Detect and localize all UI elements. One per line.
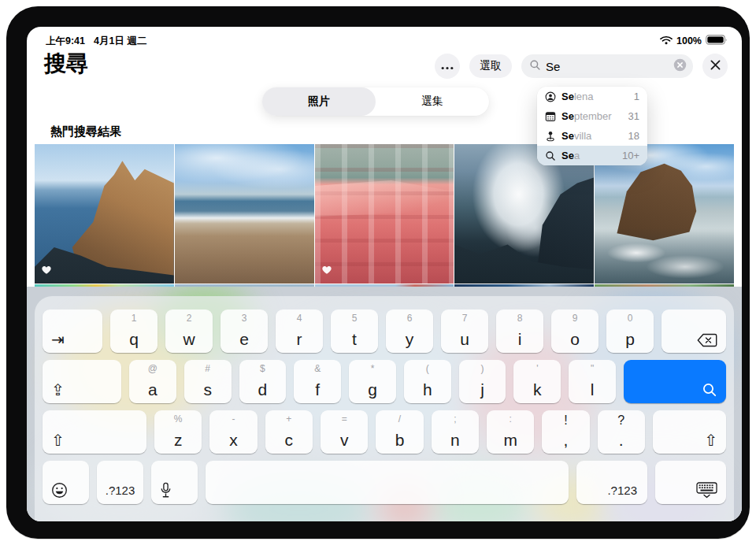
key-secondary-label: & [314, 364, 321, 373]
key-r[interactable]: 4r [276, 310, 323, 353]
key-f[interactable]: &f [294, 360, 341, 403]
suggestion-text: September [561, 110, 612, 122]
tab-collections[interactable]: 選集 [376, 87, 489, 116]
tab-key[interactable]: ⇥ [43, 310, 102, 353]
caps-lock-icon: ⇪ [51, 382, 65, 398]
emoji-icon [51, 482, 68, 499]
space-key[interactable] [206, 461, 569, 504]
key-primary-label: s [203, 381, 212, 398]
suggestion-text: Sea [561, 150, 580, 161]
shift-key[interactable]: ⇧ [653, 410, 726, 454]
backspace-key[interactable] [662, 310, 726, 353]
search-suggestion-september[interactable]: September31 [537, 106, 647, 126]
key-w[interactable]: 2w [165, 310, 213, 353]
ellipsis-icon [440, 61, 454, 72]
key-a[interactable]: @a [129, 360, 176, 403]
key-secondary-label: 1 [132, 313, 137, 323]
search-icon [702, 382, 717, 398]
key-v[interactable]: =v [321, 410, 368, 454]
key-primary-label: z [174, 432, 183, 448]
key-e[interactable]: 3e [220, 310, 268, 353]
key-primary-label: p [625, 331, 635, 347]
section-title: 熱門搜尋結果 [50, 124, 121, 139]
key-.[interactable]: ?. [598, 410, 645, 454]
photo-thumbnail-coastal-cliff[interactable] [35, 144, 174, 284]
status-time: 上午9:41 [46, 35, 85, 46]
key-primary-label: a [148, 381, 158, 398]
key-primary-label: j [480, 381, 484, 398]
key-c[interactable]: +c [265, 410, 313, 454]
key-t[interactable]: 5t [331, 310, 378, 353]
numbers-key[interactable]: .?123 [97, 461, 143, 504]
key-primary-label: w [183, 331, 195, 347]
key-secondary-label: 7 [462, 313, 468, 323]
close-search-button[interactable] [702, 54, 728, 79]
suggestion-rest: villa [574, 130, 591, 142]
search-suggestions-dropdown: Selena1September31Sevilla18Sea10+ [537, 87, 647, 165]
status-date: 4月1日 週二 [94, 35, 146, 46]
key-b[interactable]: /b [376, 410, 423, 454]
key-secondary-label: 9 [573, 313, 578, 323]
key-g[interactable]: *g [349, 360, 396, 403]
key-k[interactable]: 'k [513, 360, 561, 403]
key-primary-label: g [368, 381, 377, 398]
keyboard-row: ⇧%z-x+c=v/b;n:m!,?.⇧ [43, 410, 726, 454]
select-button[interactable]: 選取 [469, 54, 512, 78]
key-d[interactable]: $d [239, 360, 287, 403]
search-key[interactable] [624, 360, 726, 403]
suggestion-count: 18 [628, 130, 639, 142]
key-x[interactable]: -x [209, 410, 257, 454]
key-secondary-label: ) [481, 364, 484, 373]
key-l[interactable]: "l [569, 360, 616, 403]
key-i[interactable]: 8i [496, 310, 543, 353]
photo-thumbnail-pink-building[interactable] [315, 144, 454, 284]
tab-photos[interactable]: 照片 [262, 87, 376, 116]
suggestion-rest: a [574, 150, 580, 161]
photo-thumbnail-sandy-beach[interactable] [175, 144, 314, 284]
key-y[interactable]: 6y [386, 310, 433, 353]
key-,[interactable]: !, [542, 410, 589, 454]
key-u[interactable]: 7u [441, 310, 488, 353]
search-suggestion-selena[interactable]: Selena1 [537, 87, 647, 106]
mic-icon [160, 482, 172, 499]
key-secondary-label: - [232, 414, 235, 424]
favorite-heart-icon [41, 264, 52, 278]
mic-key[interactable] [151, 461, 198, 504]
search-input-value[interactable]: Se [546, 60, 669, 73]
key-m[interactable]: :m [487, 410, 534, 454]
key-h[interactable]: (h [404, 360, 451, 403]
key-s[interactable]: #s [184, 360, 232, 403]
key-secondary-label: # [205, 364, 210, 373]
key-secondary-label: $ [260, 364, 265, 373]
key-secondary-label: 8 [517, 313, 523, 323]
caps-lock-key[interactable]: ⇪ [43, 360, 121, 403]
search-field[interactable]: Se [521, 54, 693, 78]
key-primary-label: i [518, 331, 522, 347]
key-primary-label: o [570, 331, 580, 347]
key-primary-label: n [450, 432, 460, 448]
dismiss-keyboard-key[interactable] [655, 461, 726, 504]
key-j[interactable]: )j [459, 360, 506, 403]
key-primary-label: u [460, 331, 469, 347]
more-button[interactable] [435, 54, 460, 79]
clear-search-button[interactable] [673, 58, 687, 74]
suggestion-rest: lena [574, 91, 594, 102]
emoji-key[interactable] [43, 461, 89, 504]
key-primary-label: m [503, 432, 517, 448]
key-primary-label: t [352, 331, 357, 347]
key-label: .?123 [607, 484, 637, 497]
shift-key[interactable]: ⇧ [43, 410, 146, 454]
key-secondary-label: ! [564, 414, 567, 427]
search-suggestion-sevilla[interactable]: Sevilla18 [537, 126, 647, 146]
key-secondary-label: 3 [242, 313, 247, 323]
device-bezel: 上午9:414月1日 週二 100% 搜尋 選取 Se [6, 6, 750, 539]
key-z[interactable]: %z [154, 410, 202, 454]
key-p[interactable]: 0p [606, 310, 654, 353]
key-q[interactable]: 1q [110, 310, 158, 353]
numbers-key[interactable]: .?123 [576, 461, 647, 504]
location-pin-icon [545, 131, 556, 142]
key-primary-label: h [423, 381, 432, 398]
key-n[interactable]: ;n [432, 410, 479, 454]
search-suggestion-sea[interactable]: Sea10+ [537, 146, 647, 165]
key-o[interactable]: 9o [551, 310, 598, 353]
